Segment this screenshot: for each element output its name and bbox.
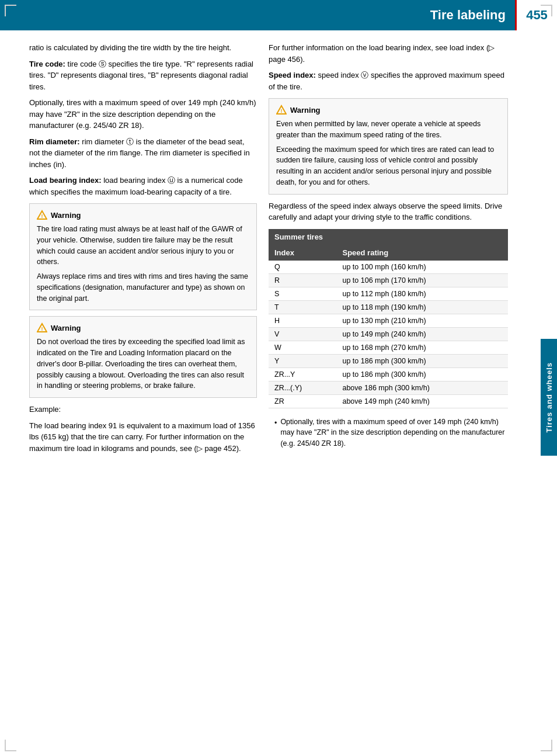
table-row: Yup to 186 mph (300 km/h) xyxy=(269,354,508,367)
table-cell-speed: up to 106 mph (170 km/h) xyxy=(336,273,508,287)
warning-text-3a: Even when permitted by law, never operat… xyxy=(276,119,500,141)
speed-index-para: Speed index: speed index ⓥ specifies the… xyxy=(269,70,508,92)
load-para: Load bearing index: load bearing index ⓤ… xyxy=(29,175,257,197)
svg-text:!: ! xyxy=(41,213,43,219)
table-cell-speed: above 149 mph (240 km/h) xyxy=(336,394,508,408)
table-row: Qup to 100 mph (160 km/h) xyxy=(269,261,508,274)
intro-text: ratio is calculated by dividing the tire… xyxy=(29,42,257,54)
warning-text-1a: The tire load rating must always be at l… xyxy=(37,224,249,268)
table-section-header: Summer tires xyxy=(269,229,508,245)
bullet-text: Optionally, tires with a maximum speed o… xyxy=(280,417,508,449)
speed-note: Regardless of the speed index always obs… xyxy=(269,200,508,223)
table-cell-index: S xyxy=(269,287,336,300)
svg-text:!: ! xyxy=(281,108,283,114)
example-section: Example: The load bearing index 91 is eq… xyxy=(29,404,257,454)
corner-mark-bottom-right xyxy=(541,740,552,751)
table-cell-index: W xyxy=(269,341,336,354)
table-cell-speed: up to 186 mph (300 km/h) xyxy=(336,367,508,381)
table-cell-speed: up to 100 mph (160 km/h) xyxy=(336,261,508,274)
summer-tires-table: Summer tires Index Speed rating Qup to 1… xyxy=(269,229,508,408)
warning-title-2: Warning xyxy=(51,324,81,332)
table-col-header-row: Index Speed rating xyxy=(269,245,508,261)
bullet-item-1: • Optionally, tires with a maximum speed… xyxy=(274,417,508,449)
example-label: Example: xyxy=(29,404,257,415)
col-header-index: Index xyxy=(269,245,336,261)
content-area: ratio is calculated by dividing the tire… xyxy=(0,30,557,470)
rim-para: Rim diameter: rim diameter ⓣ is the diam… xyxy=(29,136,257,171)
table-section-header-row: Summer tires xyxy=(269,229,508,245)
table-cell-index: R xyxy=(269,273,336,287)
table-row: Hup to 130 mph (210 km/h) xyxy=(269,314,508,327)
table-cell-speed: up to 149 mph (240 km/h) xyxy=(336,327,508,341)
table-cell-speed: up to 112 mph (180 km/h) xyxy=(336,287,508,300)
table-body: Qup to 100 mph (160 km/h)Rup to 106 mph … xyxy=(269,261,508,408)
table-cell-index: Y xyxy=(269,354,336,367)
table-row: Wup to 168 mph (270 km/h) xyxy=(269,341,508,354)
warning-header-1: ! Warning xyxy=(37,210,249,220)
table-cell-index: ZR...Y xyxy=(269,367,336,381)
bullet-section: • Optionally, tires with a maximum speed… xyxy=(269,417,508,449)
tire-code-para: Tire code: tire code ⓢ specifies the tir… xyxy=(29,58,257,93)
speed-index-intro: For further information on the load bear… xyxy=(269,42,508,65)
table-row: Rup to 106 mph (170 km/h) xyxy=(269,273,508,287)
table-cell-speed: up to 118 mph (190 km/h) xyxy=(336,300,508,314)
table-cell-speed: up to 168 mph (270 km/h) xyxy=(336,341,508,354)
warning-text-3b: Exceeding the maximum speed for which ti… xyxy=(276,144,500,188)
warning-title-3: Warning xyxy=(290,106,321,115)
warning-icon-1: ! xyxy=(37,210,47,220)
col-header-speed: Speed rating xyxy=(336,245,508,261)
table-cell-index: V xyxy=(269,327,336,341)
svg-text:!: ! xyxy=(41,326,43,332)
table-cell-speed: above 186 mph (300 km/h) xyxy=(336,381,508,394)
warning-icon-3: ! xyxy=(276,105,287,115)
warning-icon-2: ! xyxy=(37,322,47,333)
speed-index-label: Speed index: xyxy=(269,71,316,79)
bullet-dot: • xyxy=(274,418,277,449)
rim-label: Rim diameter: xyxy=(29,137,80,146)
warning-title-1: Warning xyxy=(51,211,81,220)
table-row: Vup to 149 mph (240 km/h) xyxy=(269,327,508,341)
table-cell-index: ZR...(.Y) xyxy=(269,381,336,394)
load-label: Load bearing index: xyxy=(29,176,102,185)
table-row: ZR...Yup to 186 mph (300 km/h) xyxy=(269,367,508,381)
corner-mark-top-left xyxy=(5,5,16,16)
header-title: Tire labeling xyxy=(0,8,515,23)
table-cell-speed: up to 130 mph (210 km/h) xyxy=(336,314,508,327)
left-column: ratio is calculated by dividing the tire… xyxy=(29,42,257,459)
table-cell-speed: up to 186 mph (300 km/h) xyxy=(336,354,508,367)
warning-box-1: ! Warning The tire load rating must alwa… xyxy=(29,203,257,310)
warning-box-2: ! Warning Do not overload the tires by e… xyxy=(29,316,257,398)
table-row: ZRabove 149 mph (240 km/h) xyxy=(269,394,508,408)
side-tab-label: Tires and wheels xyxy=(545,362,553,433)
table-row: Tup to 118 mph (190 km/h) xyxy=(269,300,508,314)
warning-header-2: ! Warning xyxy=(37,322,249,333)
corner-mark-bottom-left xyxy=(5,740,16,751)
warning-box-3: ! Warning Even when permitted by law, ne… xyxy=(269,98,508,195)
table-row: ZR...(.Y)above 186 mph (300 km/h) xyxy=(269,381,508,394)
table-cell-index: H xyxy=(269,314,336,327)
side-tab: Tires and wheels xyxy=(541,339,557,456)
warning-text-1b: Always replace rims and tires with rims … xyxy=(37,271,249,304)
header-bar: Tire labeling 455 xyxy=(0,0,557,30)
table-cell-index: ZR xyxy=(269,394,336,408)
table-row: Sup to 112 mph (180 km/h) xyxy=(269,287,508,300)
table-cell-index: T xyxy=(269,300,336,314)
tire-code-optional: Optionally, tires with a maximum speed o… xyxy=(29,97,257,131)
warning-text-2a: Do not overload the tires by exceeding t… xyxy=(37,337,249,391)
tire-code-label: Tire code: xyxy=(29,60,65,68)
right-column: For further information on the load bear… xyxy=(269,42,508,459)
table-cell-index: Q xyxy=(269,261,336,274)
warning-header-3: ! Warning xyxy=(276,105,500,115)
page-container: Tire labeling 455 Tires and wheels ratio… xyxy=(0,0,557,756)
example-text: The load bearing index 91 is equivalent … xyxy=(29,420,257,455)
corner-mark-top-right xyxy=(541,5,552,16)
